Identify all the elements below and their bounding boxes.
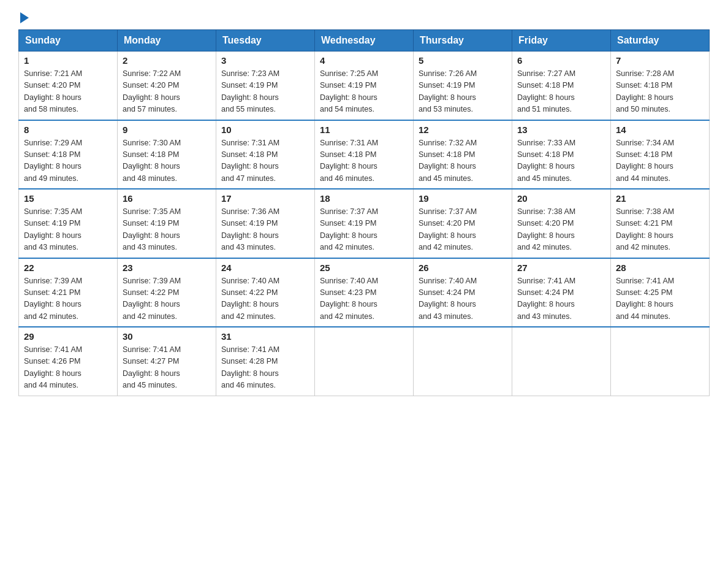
day-number: 15: [24, 193, 112, 204]
calendar-cell: 17Sunrise: 7:36 AMSunset: 4:19 PMDayligh…: [216, 189, 315, 258]
calendar-week-row: 8Sunrise: 7:29 AMSunset: 4:18 PMDaylight…: [19, 120, 710, 190]
day-number: 28: [616, 262, 704, 273]
day-number: 31: [221, 331, 309, 342]
calendar-cell: 27Sunrise: 7:41 AMSunset: 4:24 PMDayligh…: [512, 258, 611, 327]
day-info: Sunrise: 7:23 AMSunset: 4:19 PMDaylight:…: [221, 68, 309, 116]
day-info: Sunrise: 7:40 AMSunset: 4:22 PMDaylight:…: [221, 275, 309, 323]
day-number: 29: [24, 331, 112, 342]
day-number: 27: [517, 262, 605, 273]
calendar-cell: 5Sunrise: 7:26 AMSunset: 4:19 PMDaylight…: [414, 52, 512, 120]
day-number: 30: [123, 331, 211, 342]
day-info: Sunrise: 7:33 AMSunset: 4:18 PMDaylight:…: [517, 137, 605, 185]
day-number: 9: [123, 124, 211, 135]
day-info: Sunrise: 7:22 AMSunset: 4:20 PMDaylight:…: [123, 68, 211, 116]
calendar-cell: 21Sunrise: 7:38 AMSunset: 4:21 PMDayligh…: [611, 189, 710, 258]
calendar-cell: 14Sunrise: 7:34 AMSunset: 4:18 PMDayligh…: [611, 120, 710, 190]
calendar-cell: 19Sunrise: 7:37 AMSunset: 4:20 PMDayligh…: [414, 189, 512, 258]
calendar-week-row: 1Sunrise: 7:21 AMSunset: 4:20 PMDaylight…: [19, 52, 710, 120]
day-info: Sunrise: 7:41 AMSunset: 4:27 PMDaylight:…: [123, 344, 211, 392]
calendar-cell: 15Sunrise: 7:35 AMSunset: 4:19 PMDayligh…: [19, 189, 118, 258]
day-number: 23: [123, 262, 211, 273]
day-info: Sunrise: 7:41 AMSunset: 4:26 PMDaylight:…: [24, 344, 112, 392]
day-number: 5: [419, 55, 507, 66]
day-info: Sunrise: 7:37 AMSunset: 4:19 PMDaylight:…: [320, 206, 408, 254]
day-number: 18: [320, 193, 408, 204]
day-number: 1: [24, 55, 112, 66]
calendar-cell: 8Sunrise: 7:29 AMSunset: 4:18 PMDaylight…: [19, 120, 118, 190]
day-info: Sunrise: 7:38 AMSunset: 4:20 PMDaylight:…: [517, 206, 605, 254]
calendar-cell: 10Sunrise: 7:31 AMSunset: 4:18 PMDayligh…: [216, 120, 315, 190]
day-number: 26: [419, 262, 507, 273]
calendar-cell: [315, 327, 414, 396]
calendar-cell: 23Sunrise: 7:39 AMSunset: 4:22 PMDayligh…: [118, 258, 216, 327]
calendar-cell: 12Sunrise: 7:32 AMSunset: 4:18 PMDayligh…: [414, 120, 512, 190]
day-number: 8: [24, 124, 112, 135]
column-header-friday: Friday: [512, 30, 611, 52]
column-header-saturday: Saturday: [611, 30, 710, 52]
calendar-cell: 28Sunrise: 7:41 AMSunset: 4:25 PMDayligh…: [611, 258, 710, 327]
day-number: 24: [221, 262, 309, 273]
calendar-cell: [512, 327, 611, 396]
day-number: 21: [616, 193, 704, 204]
calendar-cell: 24Sunrise: 7:40 AMSunset: 4:22 PMDayligh…: [216, 258, 315, 327]
day-info: Sunrise: 7:41 AMSunset: 4:28 PMDaylight:…: [221, 344, 309, 392]
day-info: Sunrise: 7:21 AMSunset: 4:20 PMDaylight:…: [24, 68, 112, 116]
calendar-cell: 30Sunrise: 7:41 AMSunset: 4:27 PMDayligh…: [118, 327, 216, 396]
calendar-cell: 20Sunrise: 7:38 AMSunset: 4:20 PMDayligh…: [512, 189, 611, 258]
day-number: 11: [320, 124, 408, 135]
day-info: Sunrise: 7:29 AMSunset: 4:18 PMDaylight:…: [24, 137, 112, 185]
logo: [18, 12, 29, 23]
day-info: Sunrise: 7:32 AMSunset: 4:18 PMDaylight:…: [419, 137, 507, 185]
logo-arrow-icon: [20, 12, 29, 23]
day-number: 2: [123, 55, 211, 66]
day-info: Sunrise: 7:30 AMSunset: 4:18 PMDaylight:…: [123, 137, 211, 185]
day-info: Sunrise: 7:31 AMSunset: 4:18 PMDaylight:…: [221, 137, 309, 185]
calendar-cell: 11Sunrise: 7:31 AMSunset: 4:18 PMDayligh…: [315, 120, 414, 190]
calendar-week-row: 22Sunrise: 7:39 AMSunset: 4:21 PMDayligh…: [19, 258, 710, 327]
day-number: 22: [24, 262, 112, 273]
day-info: Sunrise: 7:39 AMSunset: 4:22 PMDaylight:…: [123, 275, 211, 323]
day-number: 6: [517, 55, 605, 66]
calendar-cell: [611, 327, 710, 396]
calendar-cell: 4Sunrise: 7:25 AMSunset: 4:19 PMDaylight…: [315, 52, 414, 120]
day-info: Sunrise: 7:39 AMSunset: 4:21 PMDaylight:…: [24, 275, 112, 323]
calendar-cell: 26Sunrise: 7:40 AMSunset: 4:24 PMDayligh…: [414, 258, 512, 327]
day-number: 3: [221, 55, 309, 66]
column-header-sunday: Sunday: [19, 30, 118, 52]
day-number: 14: [616, 124, 704, 135]
column-header-wednesday: Wednesday: [315, 30, 414, 52]
day-info: Sunrise: 7:41 AMSunset: 4:24 PMDaylight:…: [517, 275, 605, 323]
calendar-cell: 16Sunrise: 7:35 AMSunset: 4:19 PMDayligh…: [118, 189, 216, 258]
day-info: Sunrise: 7:40 AMSunset: 4:23 PMDaylight:…: [320, 275, 408, 323]
column-header-tuesday: Tuesday: [216, 30, 315, 52]
day-number: 12: [419, 124, 507, 135]
calendar-week-row: 29Sunrise: 7:41 AMSunset: 4:26 PMDayligh…: [19, 327, 710, 396]
calendar-cell: [414, 327, 512, 396]
day-info: Sunrise: 7:36 AMSunset: 4:19 PMDaylight:…: [221, 206, 309, 254]
page-header: [18, 12, 710, 23]
day-number: 17: [221, 193, 309, 204]
day-number: 13: [517, 124, 605, 135]
day-info: Sunrise: 7:35 AMSunset: 4:19 PMDaylight:…: [123, 206, 211, 254]
day-number: 10: [221, 124, 309, 135]
day-info: Sunrise: 7:38 AMSunset: 4:21 PMDaylight:…: [616, 206, 704, 254]
calendar-cell: 22Sunrise: 7:39 AMSunset: 4:21 PMDayligh…: [19, 258, 118, 327]
calendar-cell: 31Sunrise: 7:41 AMSunset: 4:28 PMDayligh…: [216, 327, 315, 396]
calendar-header-row: SundayMondayTuesdayWednesdayThursdayFrid…: [19, 30, 710, 52]
calendar-cell: 9Sunrise: 7:30 AMSunset: 4:18 PMDaylight…: [118, 120, 216, 190]
calendar-cell: 6Sunrise: 7:27 AMSunset: 4:18 PMDaylight…: [512, 52, 611, 120]
day-info: Sunrise: 7:31 AMSunset: 4:18 PMDaylight:…: [320, 137, 408, 185]
day-number: 19: [419, 193, 507, 204]
day-number: 7: [616, 55, 704, 66]
day-info: Sunrise: 7:35 AMSunset: 4:19 PMDaylight:…: [24, 206, 112, 254]
calendar-table: SundayMondayTuesdayWednesdayThursdayFrid…: [18, 29, 710, 396]
column-header-monday: Monday: [118, 30, 216, 52]
calendar-cell: 1Sunrise: 7:21 AMSunset: 4:20 PMDaylight…: [19, 52, 118, 120]
calendar-cell: 2Sunrise: 7:22 AMSunset: 4:20 PMDaylight…: [118, 52, 216, 120]
day-info: Sunrise: 7:37 AMSunset: 4:20 PMDaylight:…: [419, 206, 507, 254]
day-info: Sunrise: 7:40 AMSunset: 4:24 PMDaylight:…: [419, 275, 507, 323]
day-number: 25: [320, 262, 408, 273]
day-number: 20: [517, 193, 605, 204]
day-info: Sunrise: 7:41 AMSunset: 4:25 PMDaylight:…: [616, 275, 704, 323]
column-header-thursday: Thursday: [414, 30, 512, 52]
